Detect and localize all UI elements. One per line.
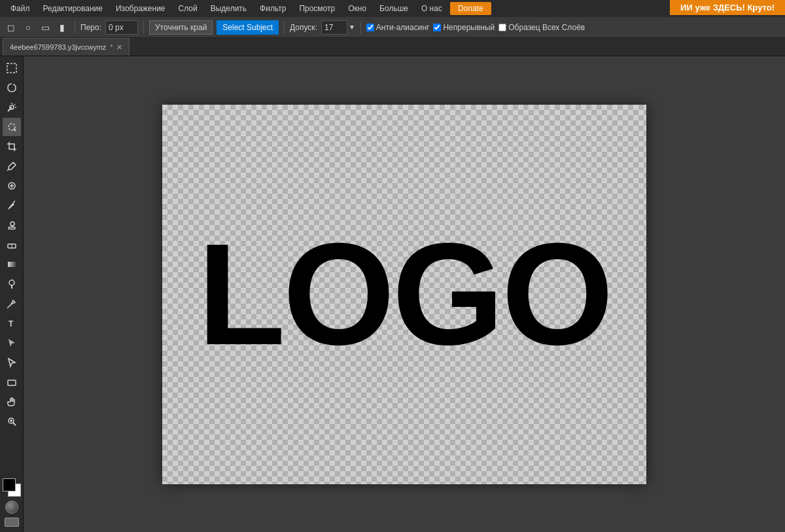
- refine-edge-button[interactable]: Уточнить край: [149, 20, 213, 35]
- tool-ellipse-marquee[interactable]: ○: [21, 20, 35, 35]
- tool-eyedropper[interactable]: [3, 157, 21, 175]
- sample-all-checkbox[interactable]: [498, 24, 506, 31]
- donate-button[interactable]: Donate: [450, 2, 491, 15]
- divider-3: [284, 21, 285, 34]
- menu-bar: Файл Редактирование Изображение Слой Выд…: [0, 0, 785, 17]
- tabs-bar: 4eebee67599783.y3jvccwymz * ✕: [0, 38, 785, 56]
- tool-lasso[interactable]: [3, 79, 21, 97]
- color-swatches: [3, 478, 21, 529]
- anti-alias-checkbox[interactable]: [366, 24, 374, 31]
- tool-crop[interactable]: [3, 137, 21, 156]
- tolerance-wrap: ▼: [321, 20, 355, 35]
- svg-line-7: [14, 129, 16, 131]
- active-tab[interactable]: 4eebee67599783.y3jvccwymz * ✕: [3, 38, 130, 56]
- foreground-color-swatch[interactable]: [3, 478, 16, 491]
- menu-about[interactable]: О нас: [416, 3, 447, 14]
- continuous-group: Непрерывный: [433, 23, 495, 32]
- menu-edit[interactable]: Редактирование: [38, 3, 108, 14]
- svg-rect-14: [9, 227, 15, 229]
- canvas-container: LOGO: [162, 105, 646, 484]
- tool-marquee-rect[interactable]: ◻: [4, 20, 18, 35]
- tool-gradient[interactable]: [3, 255, 21, 274]
- tool-quick-selection[interactable]: [3, 118, 21, 136]
- anti-alias-label: Анти-алиасинг: [376, 23, 430, 32]
- canvas-content: LOGO: [162, 105, 646, 484]
- tool-pen[interactable]: [3, 294, 21, 313]
- menu-filter[interactable]: Фильтр: [254, 3, 291, 14]
- svg-rect-0: [7, 63, 16, 73]
- canvas-logo-text: LOGO: [198, 222, 611, 366]
- svg-line-8: [7, 169, 9, 171]
- left-toolbar: T: [0, 56, 24, 532]
- menu-image[interactable]: Изображение: [111, 3, 171, 14]
- divider-2: [143, 21, 144, 34]
- tool-eraser[interactable]: [3, 236, 21, 254]
- tool-path-select[interactable]: [3, 334, 21, 352]
- menu-file[interactable]: Файл: [5, 3, 35, 14]
- tool-stamp[interactable]: [3, 216, 21, 234]
- tool-hand[interactable]: [3, 393, 21, 411]
- continuous-checkbox[interactable]: [433, 24, 441, 31]
- tool-brush[interactable]: [3, 196, 21, 215]
- tab-modified-indicator: *: [110, 44, 113, 51]
- tab-name: 4eebee67599783.y3jvccwymz: [10, 43, 106, 51]
- svg-point-19: [9, 280, 14, 285]
- menu-view[interactable]: Просмотр: [294, 3, 340, 14]
- tool-text[interactable]: T: [3, 314, 21, 332]
- svg-line-21: [7, 307, 9, 308]
- tool-magic-wand[interactable]: [3, 98, 21, 116]
- tool-col-marquee[interactable]: ▮: [55, 20, 69, 35]
- svg-rect-23: [8, 380, 16, 385]
- ai-banner[interactable]: ИИ уже ЗДЕСЬ! Круто!: [670, 0, 785, 15]
- tab-close-button[interactable]: ✕: [116, 43, 122, 52]
- menu-window[interactable]: Окно: [343, 3, 372, 14]
- swatch-wrapper[interactable]: [3, 478, 21, 497]
- brush-label: Перо:: [80, 23, 101, 32]
- tolerance-input[interactable]: [321, 20, 347, 35]
- menu-select[interactable]: Выделить: [205, 3, 252, 14]
- svg-line-25: [13, 423, 16, 425]
- options-toolbar: ◻ ○ ▭ ▮ Перо: Уточнить край Select Subje…: [0, 17, 785, 38]
- anti-alias-group: Анти-алиасинг: [366, 23, 430, 32]
- divider-1: [75, 21, 75, 34]
- tool-row-marquee[interactable]: ▭: [38, 20, 52, 35]
- sample-all-group: Образец Всех Слоёв: [498, 23, 585, 32]
- keyboard-shortcuts-indicator: [5, 518, 19, 527]
- menu-more[interactable]: Больше: [374, 3, 413, 14]
- svg-rect-18: [8, 262, 16, 267]
- tool-heal[interactable]: [3, 177, 21, 195]
- tool-marquee[interactable]: [3, 59, 21, 77]
- tolerance-label: Допуск:: [290, 23, 317, 32]
- tool-zoom[interactable]: [3, 412, 21, 431]
- svg-line-4: [14, 104, 15, 105]
- tool-direct-select[interactable]: [3, 353, 21, 372]
- menu-layer[interactable]: Слой: [173, 3, 203, 14]
- tool-dodge[interactable]: [3, 275, 21, 293]
- main-area: T: [0, 56, 785, 532]
- ai-banner-label: ИИ уже ЗДЕСЬ! Круто!: [680, 3, 775, 12]
- svg-text:T: T: [9, 319, 14, 328]
- quick-mask-toggle[interactable]: [5, 501, 18, 514]
- svg-line-12: [13, 201, 15, 203]
- tolerance-arrow: ▼: [349, 24, 355, 31]
- tool-shape[interactable]: [3, 373, 21, 391]
- canvas-area: LOGO: [24, 56, 785, 532]
- svg-point-13: [10, 222, 14, 226]
- sample-all-label: Образец Всех Слоёв: [508, 23, 585, 32]
- select-subject-button[interactable]: Select Subject: [217, 20, 279, 35]
- continuous-label: Непрерывный: [443, 23, 495, 32]
- divider-4: [360, 21, 361, 34]
- brush-size-input[interactable]: [105, 20, 138, 35]
